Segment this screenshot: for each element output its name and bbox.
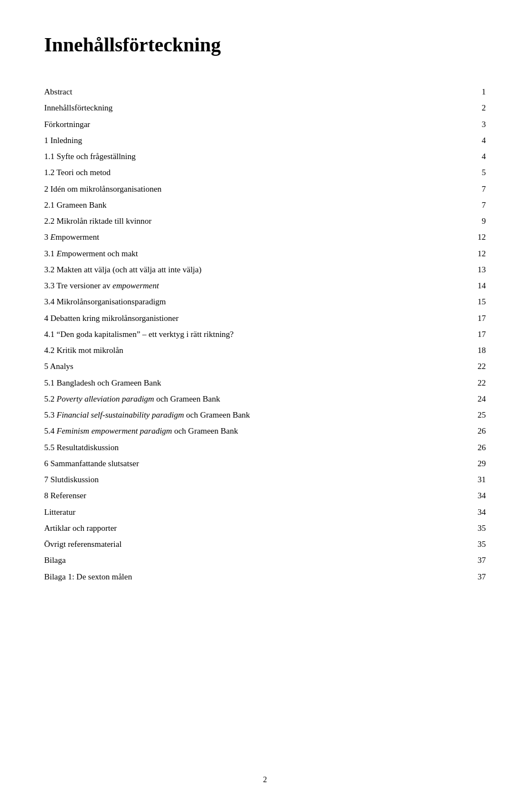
toc-row-syfte: 1.1 Syfte och frågeställning 4 (44, 149, 486, 165)
toc-row-sammanfattande: 6 Sammanfattande slutsatser 29 (44, 456, 486, 472)
toc-label-analys: 5 Analys (44, 358, 420, 375)
financial-italic: Financial self-sustainability paradigm (57, 410, 184, 419)
toc-label-forkortningar: Förkortningar (44, 117, 420, 133)
toc-page-inledning: 4 (420, 133, 486, 149)
toc-page-referenser: 34 (420, 488, 486, 504)
toc-page-debatten: 17 (420, 310, 486, 326)
toc-label-bilaga1: Bilaga 1: De sexton målen (44, 569, 420, 585)
toc-page-slutdiskussion: 31 (420, 472, 486, 488)
toc-page-feminism: 26 (420, 423, 486, 439)
toc-label-ovrigt: Övrigt referensmaterial (44, 536, 420, 552)
toc-label-feminism: 5.4 Feminism empowerment paradigm och Gr… (44, 423, 420, 439)
toc-label-innehall: Innehållsförteckning (44, 100, 420, 116)
toc-page-ovrigt: 35 (420, 536, 486, 552)
toc-page-analys: 22 (420, 358, 486, 375)
toc-page-empowerment-makt: 12 (420, 246, 486, 262)
toc-label-syfte: 1.1 Syfte och frågeställning (44, 149, 420, 165)
toc-row-kritik: 4.2 Kritik mot mikrolån 18 (44, 342, 486, 358)
toc-page-poverty: 24 (420, 391, 486, 407)
toc-label-mikrolan: 2.2 Mikrolån riktade till kvinnor (44, 213, 420, 229)
toc-row-empowerment: 3 Empowerment 12 (44, 229, 486, 245)
toc-page-iden: 7 (420, 181, 486, 197)
toc-page-den-goda: 17 (420, 326, 486, 342)
empowerment-italic2: empowerment (113, 281, 159, 290)
toc-label-empowerment: 3 Empowerment (44, 229, 420, 245)
toc-row-bilaga1: Bilaga 1: De sexton målen 37 (44, 569, 486, 585)
toc-row-innehall: Innehållsförteckning 2 (44, 100, 486, 116)
toc-row-grameen: 2.1 Grameen Bank 7 (44, 197, 486, 213)
toc-row-empowerment-makt: 3.1 Empowerment och makt 12 (44, 246, 486, 262)
page-title: Innehållsförteckning (44, 33, 486, 56)
toc-label-mikrolansorg: 3.4 Mikrolånsorganisationsparadigm (44, 294, 420, 310)
toc-row-forkortningar: Förkortningar 3 (44, 117, 486, 133)
toc-label-abstract: Abstract (44, 84, 420, 100)
page-number: 2 (263, 776, 267, 784)
toc-row-mikrolansorg: 3.4 Mikrolånsorganisationsparadigm 15 (44, 294, 486, 310)
toc-page-makten: 13 (420, 262, 486, 278)
toc-page-bangladesh: 22 (420, 375, 486, 391)
toc-row-resultat: 5.5 Resultatdiskussion 26 (44, 440, 486, 456)
toc-label-referenser: 8 Referenser (44, 488, 420, 504)
toc-table: Abstract 1 Innehållsförteckning 2 Förkor… (44, 84, 486, 585)
toc-label-debatten: 4 Debatten kring mikrolånsorganistioner (44, 310, 420, 326)
toc-page-tre-versioner: 14 (420, 278, 486, 294)
toc-page-litteratur: 34 (420, 504, 486, 520)
toc-page-resultat: 26 (420, 440, 486, 456)
toc-page-financial: 25 (420, 407, 486, 423)
toc-row-financial: 5.3 Financial self-sustainability paradi… (44, 407, 486, 423)
toc-page-kritik: 18 (420, 342, 486, 358)
toc-label-empowerment-makt: 3.1 Empowerment och makt (44, 246, 420, 262)
toc-page-artiklar: 35 (420, 520, 486, 536)
toc-label-financial: 5.3 Financial self-sustainability paradi… (44, 407, 420, 423)
toc-row-bangladesh: 5.1 Bangladesh och Grameen Bank 22 (44, 375, 486, 391)
toc-row-debatten: 4 Debatten kring mikrolånsorganistioner … (44, 310, 486, 326)
toc-row-tre-versioner: 3.3 Tre versioner av empowerment 14 (44, 278, 486, 294)
toc-label-teori: 1.2 Teori och metod (44, 165, 420, 181)
toc-row-ovrigt: Övrigt referensmaterial 35 (44, 536, 486, 552)
toc-page-empowerment: 12 (420, 229, 486, 245)
toc-page-grameen: 7 (420, 197, 486, 213)
toc-page-teori: 5 (420, 165, 486, 181)
toc-row-abstract: Abstract 1 (44, 84, 486, 100)
toc-label-den-goda: 4.1 “Den goda kapitalismen” – ett verkty… (44, 326, 420, 342)
toc-label-tre-versioner: 3.3 Tre versioner av empowerment (44, 278, 420, 294)
toc-row-litteratur: Litteratur 34 (44, 504, 486, 520)
toc-row-slutdiskussion: 7 Slutdiskussion 31 (44, 472, 486, 488)
toc-row-makten: 3.2 Makten att välja (och att välja att … (44, 262, 486, 278)
toc-label-makten: 3.2 Makten att välja (och att välja att … (44, 262, 420, 278)
toc-page-syfte: 4 (420, 149, 486, 165)
toc-label-sammanfattande: 6 Sammanfattande slutsatser (44, 456, 420, 472)
toc-row-poverty: 5.2 Poverty alleviation paradigm och Gra… (44, 391, 486, 407)
toc-page-bilaga1: 37 (420, 569, 486, 585)
toc-label-resultat: 5.5 Resultatdiskussion (44, 440, 420, 456)
toc-label-kritik: 4.2 Kritik mot mikrolån (44, 342, 420, 358)
toc-page-forkortningar: 3 (420, 117, 486, 133)
toc-page-sammanfattande: 29 (420, 456, 486, 472)
toc-label-grameen: 2.1 Grameen Bank (44, 197, 420, 213)
toc-row-referenser: 8 Referenser 34 (44, 488, 486, 504)
toc-page-abstract: 1 (420, 84, 486, 100)
feminism-italic: Feminism empowerment paradigm (57, 426, 172, 435)
toc-label-artiklar: Artiklar och rapporter (44, 520, 420, 536)
toc-row-feminism: 5.4 Feminism empowerment paradigm och Gr… (44, 423, 486, 439)
toc-row-teori: 1.2 Teori och metod 5 (44, 165, 486, 181)
toc-row-bilaga: Bilaga 37 (44, 552, 486, 568)
toc-row-mikrolan: 2.2 Mikrolån riktade till kvinnor 9 (44, 213, 486, 229)
toc-row-den-goda: 4.1 “Den goda kapitalismen” – ett verkty… (44, 326, 486, 342)
toc-page-mikrolan: 9 (420, 213, 486, 229)
toc-page-bilaga: 37 (420, 552, 486, 568)
toc-label-litteratur: Litteratur (44, 504, 420, 520)
page-footer: 2 (0, 776, 530, 784)
toc-label-bangladesh: 5.1 Bangladesh och Grameen Bank (44, 375, 420, 391)
toc-row-inledning: 1 Inledning 4 (44, 133, 486, 149)
empowerment-makt-italic: E (57, 249, 62, 258)
toc-page-mikrolansorg: 15 (420, 294, 486, 310)
toc-label-bilaga: Bilaga (44, 552, 420, 568)
toc-label-iden: 2 Idén om mikrolånsorganisationen (44, 181, 420, 197)
toc-row-artiklar: Artiklar och rapporter 35 (44, 520, 486, 536)
toc-page-innehall: 2 (420, 100, 486, 116)
toc-label-poverty: 5.2 Poverty alleviation paradigm och Gra… (44, 391, 420, 407)
toc-row-analys: 5 Analys 22 (44, 358, 486, 375)
toc-label-slutdiskussion: 7 Slutdiskussion (44, 472, 420, 488)
poverty-italic: Poverty alleviation paradigm (57, 394, 155, 403)
